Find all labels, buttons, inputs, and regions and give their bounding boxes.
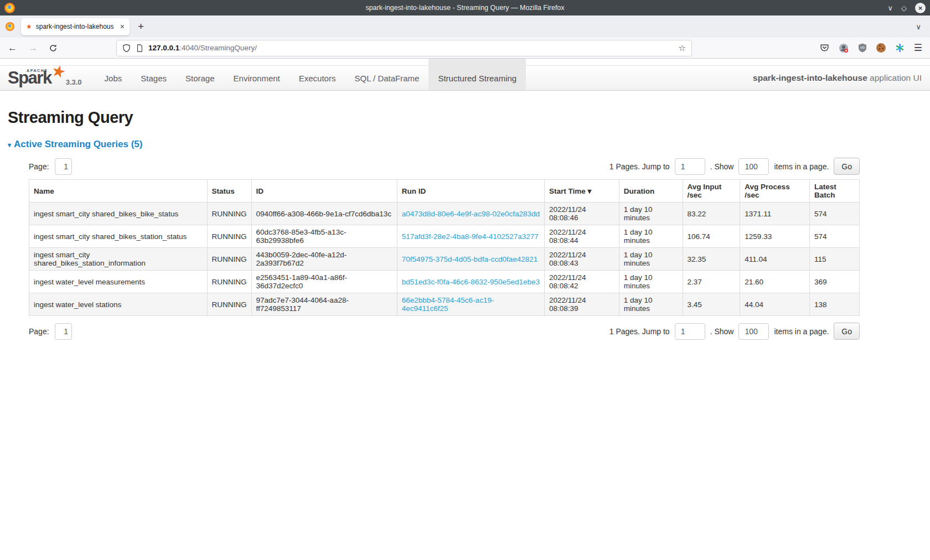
application-name: spark-ingest-into-lakehouse <box>753 73 867 82</box>
back-button[interactable]: ← <box>8 43 17 53</box>
cell-status: RUNNING <box>207 248 251 271</box>
table-row: ingest smart_city shared_bikes_bike_stat… <box>29 203 860 225</box>
table-row: ingest smart_city shared_bikes_station_i… <box>29 248 860 271</box>
go-button[interactable]: Go <box>834 323 860 340</box>
application-ui-suffix: application UI <box>870 73 922 82</box>
spark-nav-bar: APACHE Spark ★ 3.3.0 JobsStagesStorageEn… <box>0 65 930 91</box>
cell-start-time: 2022/11/24 08:08:46 <box>545 203 619 225</box>
cell-name: ingest smart_city shared_bikes_bike_stat… <box>29 203 208 225</box>
items-per-page-input[interactable] <box>738 158 769 175</box>
new-tab-button[interactable]: + <box>138 20 144 33</box>
minimize-icon[interactable]: ∨ <box>887 4 893 12</box>
pocket-icon[interactable] <box>820 43 829 53</box>
page-label: Page: <box>29 327 49 336</box>
items-text: items in a page. <box>774 162 829 171</box>
spark-star-icon: ★ <box>50 62 68 81</box>
cell-id: 97adc7e7-3044-4064-aa28-ff7249853117 <box>251 293 397 316</box>
column-header-id[interactable]: ID <box>251 180 397 203</box>
page-number-input[interactable] <box>55 158 72 175</box>
url-bar[interactable]: 127.0.0.1:4040/StreamingQuery/ ☆ <box>116 40 692 56</box>
items-per-page-input[interactable] <box>738 323 769 340</box>
cell-duration: 1 day 10 minutes <box>619 225 683 248</box>
run-id-link[interactable]: 517afd3f-28e2-4ba8-9fe4-4102527a3277 <box>402 232 539 241</box>
cell-id: 60dc3768-85e3-4fb5-a13c-63b29938bfe6 <box>251 225 397 248</box>
url-path: :4040/StreamingQuery/ <box>179 44 257 52</box>
spark-tab-stages[interactable]: Stages <box>131 66 176 90</box>
jump-to-page-input[interactable] <box>675 158 705 175</box>
cell-avg-input: 2.37 <box>683 271 740 293</box>
active-streaming-queries-toggle[interactable]: ▾Active Streaming Queries (5) <box>8 139 922 150</box>
spark-logo[interactable]: APACHE Spark ★ 3.3.0 <box>0 66 82 90</box>
cookie-extension-icon[interactable] <box>876 43 886 53</box>
jump-to-page-input[interactable] <box>675 323 705 340</box>
tab-title: spark-ingest-into-lakehous <box>36 23 116 30</box>
maximize-icon[interactable]: ◇ <box>901 4 907 12</box>
section-title: Active Streaming Queries (5) <box>14 139 142 149</box>
page-title: Streaming Query <box>8 108 922 127</box>
close-icon[interactable]: × <box>915 3 926 13</box>
reload-icon[interactable] <box>49 44 58 53</box>
forward-button: → <box>28 43 38 53</box>
cell-duration: 1 day 10 minutes <box>619 293 683 316</box>
run-id-link[interactable]: 70f54975-375d-4d05-bdfa-ccd0fae42821 <box>402 255 538 263</box>
pages-jump-text: 1 Pages. Jump to <box>609 162 670 171</box>
pagination-top: Page: 1 Pages. Jump to . Show items in a… <box>29 158 860 175</box>
cell-duration: 1 day 10 minutes <box>619 203 683 225</box>
cell-avg-input: 106.74 <box>683 225 740 248</box>
spark-version: 3.3.0 <box>66 78 82 86</box>
identity-extension-icon[interactable] <box>839 43 849 53</box>
cell-start-time: 2022/11/24 08:08:39 <box>545 293 619 316</box>
column-header-avg-input-sec[interactable]: Avg Input /sec <box>683 180 740 203</box>
table-header-row: NameStatusIDRun IDStart Time ▾DurationAv… <box>29 180 860 203</box>
url-text: 127.0.0.1:4040/StreamingQuery/ <box>148 44 257 52</box>
cell-id: e2563451-1a89-40a1-a86f-36d37d2ecfc0 <box>251 271 397 293</box>
spark-tab-sql-dataframe[interactable]: SQL / DataFrame <box>345 66 428 90</box>
run-id-link[interactable]: a0473d8d-80e6-4e9f-ac98-02e0cfa283dd <box>402 210 540 218</box>
spark-tab-environment[interactable]: Environment <box>224 66 290 90</box>
page-content: Streaming Query ▾Active Streaming Querie… <box>0 108 930 340</box>
cell-latest-batch: 574 <box>810 225 860 248</box>
firefox-logo-icon <box>4 3 15 13</box>
run-id-link[interactable]: 66e2bbb4-5784-45c6-ac19-4ec9411c6f25 <box>402 296 494 313</box>
browser-tab[interactable]: ★ spark-ingest-into-lakehous × <box>21 18 130 35</box>
ublock-icon[interactable]: UO <box>858 43 867 53</box>
apache-label: APACHE <box>27 69 48 72</box>
spark-tab-storage[interactable]: Storage <box>176 66 224 90</box>
column-header-latest-batch[interactable]: Latest Batch <box>810 180 860 203</box>
cell-status: RUNNING <box>207 271 251 293</box>
run-id-link[interactable]: bd51ed3c-f0fa-46c6-8632-950e5ed1ebe3 <box>402 278 540 286</box>
page-number-input[interactable] <box>55 323 72 340</box>
cell-avg-process: 411.04 <box>740 248 810 271</box>
cell-name: ingest smart_city shared_bikes_station_i… <box>29 248 208 271</box>
items-text: items in a page. <box>774 327 829 336</box>
cell-run-id: 66e2bbb4-5784-45c6-ac19-4ec9411c6f25 <box>397 293 544 316</box>
tab-close-icon[interactable]: × <box>120 23 125 30</box>
column-header-name[interactable]: Name <box>29 180 208 203</box>
container-extension-icon[interactable] <box>895 43 905 53</box>
window-title: spark-ingest-into-lakehouse - Streaming … <box>365 4 564 12</box>
list-all-tabs-icon[interactable]: ∨ <box>916 23 924 31</box>
spark-tab-jobs[interactable]: Jobs <box>95 66 132 90</box>
column-header-status[interactable]: Status <box>207 180 251 203</box>
column-header-avg-process-sec[interactable]: Avg Process /sec <box>740 180 810 203</box>
page-info-icon[interactable] <box>136 44 143 53</box>
column-header-run-id[interactable]: Run ID <box>397 180 544 203</box>
shield-icon[interactable] <box>122 44 131 53</box>
spark-tab-structured-streaming[interactable]: Structured Streaming <box>428 66 526 90</box>
cell-name: ingest water_level stations <box>29 293 208 316</box>
browser-tab-strip: ★ spark-ingest-into-lakehous × + ∨ <box>0 15 930 38</box>
column-header-duration[interactable]: Duration <box>619 180 683 203</box>
column-header-start-time[interactable]: Start Time ▾ <box>545 180 619 203</box>
bookmark-star-icon[interactable]: ☆ <box>679 43 686 53</box>
cell-avg-input: 83.22 <box>683 203 740 225</box>
cell-avg-process: 44.04 <box>740 293 810 316</box>
cell-id: 0940ff66-a308-466b-9e1a-cf7cd6dba13c <box>251 203 397 225</box>
cell-name: ingest smart_city shared_bikes_station_s… <box>29 225 208 248</box>
menu-icon[interactable]: ☰ <box>914 42 922 54</box>
cell-start-time: 2022/11/24 08:08:43 <box>545 248 619 271</box>
cell-status: RUNNING <box>207 203 251 225</box>
cell-run-id: 70f54975-375d-4d05-bdfa-ccd0fae42821 <box>397 248 544 271</box>
spark-nav-tabs: JobsStagesStorageEnvironmentExecutorsSQL… <box>95 66 526 90</box>
go-button[interactable]: Go <box>834 158 860 175</box>
spark-tab-executors[interactable]: Executors <box>290 66 345 90</box>
